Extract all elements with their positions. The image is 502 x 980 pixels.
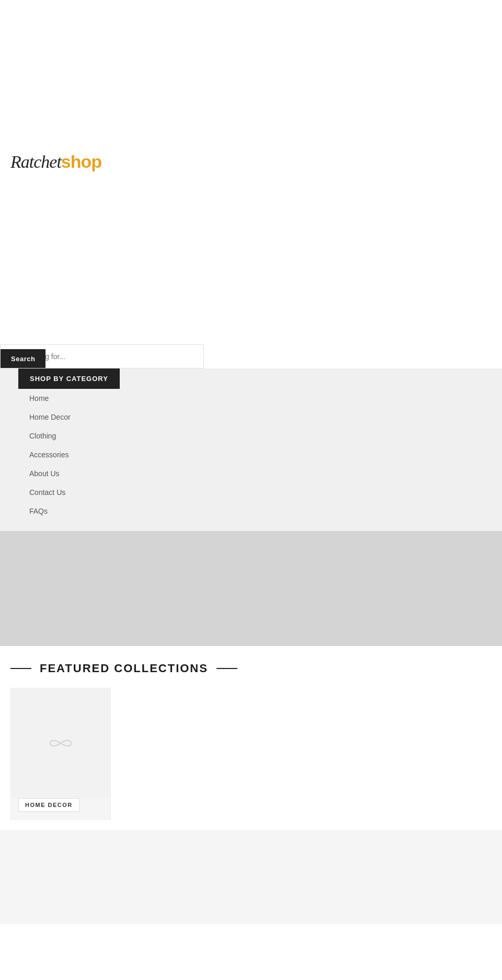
featured-title: FEATURED COLLECTIONS xyxy=(40,662,208,675)
nav-item-contact-us[interactable]: Contact Us xyxy=(0,483,502,502)
featured-title-row: FEATURED COLLECTIONS xyxy=(10,662,492,675)
nav-item-faqs[interactable]: FAQs xyxy=(0,502,502,521)
top-spacer xyxy=(0,0,502,146)
logo-shop: shop xyxy=(61,152,101,171)
dropdown-overlay: SHOP BY CATEGORY Home Home Decor Clothin… xyxy=(0,368,502,531)
logo-ratchet: Ratchet xyxy=(10,152,61,171)
nav-item-about-us[interactable]: About Us xyxy=(0,464,502,483)
search-bar: Search xyxy=(0,344,204,368)
shop-by-category-button[interactable]: SHOP BY CATEGORY xyxy=(18,368,120,389)
mid-spacer xyxy=(0,182,502,344)
product-card-label: HOME DECOR xyxy=(18,798,79,812)
nav-item-home-decor[interactable]: Home Decor xyxy=(0,408,502,426)
bottom-area xyxy=(0,830,502,924)
featured-section: FEATURED COLLECTIONS HOME DECOR xyxy=(0,646,502,830)
hero-banner xyxy=(0,531,502,646)
featured-line-left xyxy=(10,668,31,669)
nav-menu: Home Home Decor Clothing Accessories Abo… xyxy=(0,389,502,521)
nav-item-clothing[interactable]: Clothing xyxy=(0,426,502,445)
featured-line-right xyxy=(216,668,237,669)
nav-item-accessories[interactable]: Accessories xyxy=(0,445,502,464)
products-grid: HOME DECOR xyxy=(10,688,492,820)
product-card-home-decor[interactable]: HOME DECOR xyxy=(10,688,111,820)
product-card-image xyxy=(11,688,110,798)
logo-area: Ratchetshop xyxy=(0,146,502,182)
product-placeholder-icon xyxy=(45,735,76,751)
search-button[interactable]: Search xyxy=(1,349,45,368)
nav-item-home[interactable]: Home xyxy=(0,389,502,408)
